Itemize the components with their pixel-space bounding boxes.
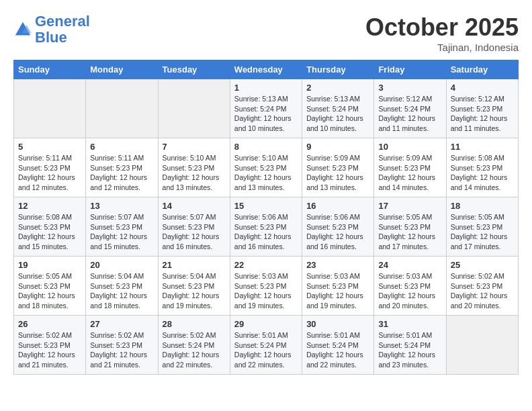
calendar-cell (158, 79, 230, 138)
day-number: 11 (451, 142, 514, 152)
calendar-cell: 13Sunrise: 5:07 AMSunset: 5:23 PMDayligh… (86, 197, 158, 257)
calendar-cell: 16Sunrise: 5:06 AMSunset: 5:23 PMDayligh… (302, 197, 374, 257)
calendar-cell: 20Sunrise: 5:04 AMSunset: 5:23 PMDayligh… (86, 257, 158, 316)
day-number: 27 (90, 319, 153, 329)
day-number: 15 (234, 201, 298, 211)
day-number: 26 (18, 319, 81, 329)
day-number: 16 (306, 201, 369, 211)
calendar-week-row: 12Sunrise: 5:08 AMSunset: 5:23 PMDayligh… (14, 197, 519, 257)
day-info: Sunrise: 5:02 AMSunset: 5:24 PMDaylight:… (163, 330, 226, 370)
calendar-cell: 7Sunrise: 5:10 AMSunset: 5:23 PMDaylight… (158, 138, 230, 197)
calendar-cell (446, 316, 518, 375)
day-number: 6 (90, 142, 153, 152)
day-number: 5 (18, 142, 81, 152)
day-info: Sunrise: 5:05 AMSunset: 5:23 PMDaylight:… (378, 212, 441, 252)
logo-icon (13, 20, 32, 39)
weekday-header-thursday: Thursday (302, 60, 374, 79)
calendar-cell: 3Sunrise: 5:12 AMSunset: 5:24 PMDaylight… (374, 79, 446, 138)
calendar-cell: 29Sunrise: 5:01 AMSunset: 5:24 PMDayligh… (230, 316, 302, 375)
day-info: Sunrise: 5:01 AMSunset: 5:24 PMDaylight:… (306, 330, 369, 370)
day-info: Sunrise: 5:06 AMSunset: 5:23 PMDaylight:… (306, 212, 369, 252)
day-info: Sunrise: 5:05 AMSunset: 5:23 PMDaylight:… (451, 212, 514, 252)
day-info: Sunrise: 5:03 AMSunset: 5:23 PMDaylight:… (234, 271, 298, 311)
day-number: 2 (306, 83, 369, 93)
weekday-header-sunday: Sunday (14, 60, 86, 79)
calendar-cell: 5Sunrise: 5:11 AMSunset: 5:23 PMDaylight… (14, 138, 86, 197)
day-number: 18 (451, 201, 514, 211)
calendar-cell: 14Sunrise: 5:07 AMSunset: 5:23 PMDayligh… (158, 197, 230, 257)
day-info: Sunrise: 5:02 AMSunset: 5:23 PMDaylight:… (451, 271, 514, 311)
day-info: Sunrise: 5:01 AMSunset: 5:24 PMDaylight:… (378, 330, 441, 370)
calendar-cell: 1Sunrise: 5:13 AMSunset: 5:24 PMDaylight… (230, 79, 302, 138)
day-number: 29 (234, 319, 298, 329)
calendar-cell: 12Sunrise: 5:08 AMSunset: 5:23 PMDayligh… (14, 197, 86, 257)
day-info: Sunrise: 5:10 AMSunset: 5:23 PMDaylight:… (163, 153, 226, 193)
calendar-cell: 23Sunrise: 5:03 AMSunset: 5:23 PMDayligh… (302, 257, 374, 316)
day-info: Sunrise: 5:13 AMSunset: 5:24 PMDaylight:… (234, 94, 298, 134)
day-info: Sunrise: 5:09 AMSunset: 5:23 PMDaylight:… (306, 153, 369, 193)
logo-blue: Blue (35, 29, 67, 46)
calendar-cell: 25Sunrise: 5:02 AMSunset: 5:23 PMDayligh… (446, 257, 518, 316)
day-info: Sunrise: 5:11 AMSunset: 5:23 PMDaylight:… (90, 153, 153, 193)
day-number: 17 (378, 201, 441, 211)
calendar-cell: 8Sunrise: 5:10 AMSunset: 5:23 PMDaylight… (230, 138, 302, 197)
day-info: Sunrise: 5:11 AMSunset: 5:23 PMDaylight:… (18, 153, 81, 193)
calendar-week-row: 5Sunrise: 5:11 AMSunset: 5:23 PMDaylight… (14, 138, 519, 197)
day-info: Sunrise: 5:07 AMSunset: 5:23 PMDaylight:… (90, 212, 153, 252)
day-number: 21 (163, 260, 226, 270)
page-header: General Blue October 2025 Tajinan, Indon… (13, 13, 519, 53)
day-number: 25 (451, 260, 514, 270)
calendar-cell: 17Sunrise: 5:05 AMSunset: 5:23 PMDayligh… (374, 197, 446, 257)
day-info: Sunrise: 5:04 AMSunset: 5:23 PMDaylight:… (90, 271, 153, 311)
title-block: October 2025 Tajinan, Indonesia (365, 13, 519, 53)
calendar-cell: 6Sunrise: 5:11 AMSunset: 5:23 PMDaylight… (86, 138, 158, 197)
day-info: Sunrise: 5:13 AMSunset: 5:24 PMDaylight:… (306, 94, 369, 134)
day-number: 23 (306, 260, 369, 270)
calendar-cell: 10Sunrise: 5:09 AMSunset: 5:23 PMDayligh… (374, 138, 446, 197)
day-info: Sunrise: 5:12 AMSunset: 5:24 PMDaylight:… (378, 94, 441, 134)
calendar-cell: 28Sunrise: 5:02 AMSunset: 5:24 PMDayligh… (158, 316, 230, 375)
calendar-week-row: 26Sunrise: 5:02 AMSunset: 5:23 PMDayligh… (14, 316, 519, 375)
calendar-cell: 19Sunrise: 5:05 AMSunset: 5:23 PMDayligh… (14, 257, 86, 316)
day-info: Sunrise: 5:08 AMSunset: 5:23 PMDaylight:… (451, 153, 514, 193)
day-info: Sunrise: 5:10 AMSunset: 5:23 PMDaylight:… (234, 153, 298, 193)
day-number: 4 (451, 83, 514, 93)
day-info: Sunrise: 5:05 AMSunset: 5:23 PMDaylight:… (18, 271, 81, 311)
calendar-table: SundayMondayTuesdayWednesdayThursdayFrid… (13, 60, 519, 375)
calendar-cell: 11Sunrise: 5:08 AMSunset: 5:23 PMDayligh… (446, 138, 518, 197)
calendar-week-row: 19Sunrise: 5:05 AMSunset: 5:23 PMDayligh… (14, 257, 519, 316)
day-number: 24 (378, 260, 441, 270)
weekday-header-tuesday: Tuesday (158, 60, 230, 79)
day-number: 10 (378, 142, 441, 152)
calendar-cell: 26Sunrise: 5:02 AMSunset: 5:23 PMDayligh… (14, 316, 86, 375)
calendar-cell: 21Sunrise: 5:04 AMSunset: 5:23 PMDayligh… (158, 257, 230, 316)
calendar-cell: 24Sunrise: 5:03 AMSunset: 5:23 PMDayligh… (374, 257, 446, 316)
calendar-cell: 31Sunrise: 5:01 AMSunset: 5:24 PMDayligh… (374, 316, 446, 375)
day-info: Sunrise: 5:08 AMSunset: 5:23 PMDaylight:… (18, 212, 81, 252)
weekday-header-saturday: Saturday (446, 60, 518, 79)
day-number: 28 (163, 319, 226, 329)
day-info: Sunrise: 5:06 AMSunset: 5:23 PMDaylight:… (234, 212, 298, 252)
weekday-header-wednesday: Wednesday (230, 60, 302, 79)
day-number: 31 (378, 319, 441, 329)
day-info: Sunrise: 5:04 AMSunset: 5:23 PMDaylight:… (163, 271, 226, 311)
day-number: 30 (306, 319, 369, 329)
day-number: 20 (90, 260, 153, 270)
day-number: 13 (90, 201, 153, 211)
day-info: Sunrise: 5:01 AMSunset: 5:24 PMDaylight:… (234, 330, 298, 370)
calendar-cell (14, 79, 86, 138)
day-number: 19 (18, 260, 81, 270)
calendar-cell: 22Sunrise: 5:03 AMSunset: 5:23 PMDayligh… (230, 257, 302, 316)
logo: General Blue (13, 13, 90, 46)
day-number: 9 (306, 142, 369, 152)
calendar-cell: 9Sunrise: 5:09 AMSunset: 5:23 PMDaylight… (302, 138, 374, 197)
day-number: 1 (234, 83, 298, 93)
day-number: 8 (234, 142, 298, 152)
weekday-header-monday: Monday (86, 60, 158, 79)
day-info: Sunrise: 5:09 AMSunset: 5:23 PMDaylight:… (378, 153, 441, 193)
weekday-header-row: SundayMondayTuesdayWednesdayThursdayFrid… (14, 60, 519, 79)
weekday-header-friday: Friday (374, 60, 446, 79)
month-title: October 2025 (365, 13, 519, 42)
day-info: Sunrise: 5:07 AMSunset: 5:23 PMDaylight:… (163, 212, 226, 252)
location-subtitle: Tajinan, Indonesia (365, 42, 519, 53)
